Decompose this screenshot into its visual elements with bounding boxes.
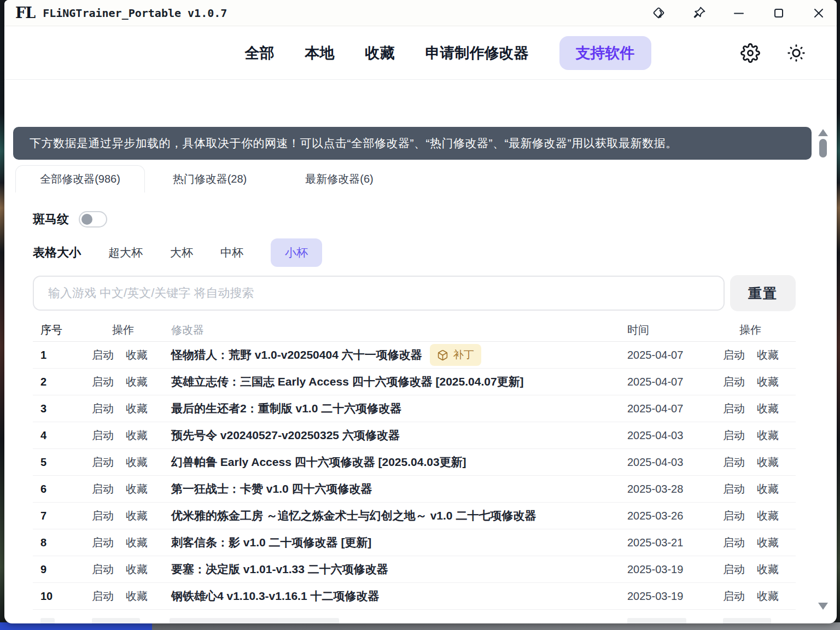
pin-icon[interactable] xyxy=(692,6,706,20)
zebra-toggle[interactable] xyxy=(79,211,107,228)
trainer-name: 钢铁雄心4 v1.10.3-v1.16.1 十二项修改器 xyxy=(171,588,379,604)
launch-link-right[interactable]: 启动 xyxy=(723,589,745,604)
favorite-link[interactable]: 收藏 xyxy=(126,455,148,470)
row-index: 5 xyxy=(33,456,82,469)
launch-link[interactable]: 启动 xyxy=(92,509,114,523)
table-row: 7 启动 收藏 优米雅的炼金工房 ～追忆之炼金术士与幻创之地～ v1.0 二十七… xyxy=(33,503,796,529)
zebra-label: 斑马纹 xyxy=(33,211,69,228)
table-row: 2 启动 收藏 英雄立志传：三国志 Early Access 四十六项修改器 [… xyxy=(33,369,796,395)
launch-link-right[interactable]: 启动 xyxy=(723,455,745,470)
trainer-name: 第一狂战士：卡赞 v1.0 四十六项修改器 xyxy=(171,481,372,497)
search-input[interactable] xyxy=(33,276,725,311)
size-option-large[interactable]: 大杯 xyxy=(170,245,193,260)
launch-link[interactable]: 启动 xyxy=(92,535,114,550)
tab-hot-trainers[interactable]: 热门修改器(28) xyxy=(145,165,275,192)
row-index: 6 xyxy=(33,483,82,495)
zebra-stripe-row: 斑马纹 xyxy=(33,211,107,228)
reset-button[interactable]: 重置 xyxy=(730,275,796,311)
launch-link-right[interactable]: 启动 xyxy=(723,348,745,363)
favorite-link[interactable]: 收藏 xyxy=(126,562,148,577)
nav-item-local[interactable]: 本地 xyxy=(305,43,335,63)
theme-sun-icon[interactable] xyxy=(786,43,806,63)
trainer-name: 要塞：决定版 v1.01-v1.33 二十六项修改器 xyxy=(171,562,388,577)
nav-item-favorites[interactable]: 收藏 xyxy=(365,43,395,63)
header-time: 时间 xyxy=(623,323,716,337)
size-option-xl[interactable]: 超大杯 xyxy=(108,245,143,260)
trainer-name: 英雄立志传：三国志 Early Access 四十六项修改器 [2025.04.… xyxy=(171,374,524,389)
size-option-medium[interactable]: 中杯 xyxy=(220,245,243,260)
favorite-link-right[interactable]: 收藏 xyxy=(757,562,779,577)
favorite-link-right[interactable]: 收藏 xyxy=(757,482,779,497)
row-index: 9 xyxy=(33,563,82,576)
maximize-button[interactable] xyxy=(772,6,786,20)
launch-link[interactable]: 启动 xyxy=(92,401,114,416)
patch-badge: 补丁 xyxy=(430,344,481,366)
tab-new-trainers[interactable]: 最新修改器(6) xyxy=(275,165,404,192)
row-date: 2025-04-03 xyxy=(623,429,716,442)
favorite-link[interactable]: 收藏 xyxy=(126,589,148,604)
table-size-label: 表格大小 xyxy=(33,244,81,261)
launch-link[interactable]: 启动 xyxy=(92,589,114,604)
close-button[interactable] xyxy=(812,6,826,20)
launch-link-right[interactable]: 启动 xyxy=(723,535,745,550)
favorite-link-right[interactable]: 收藏 xyxy=(757,401,779,416)
favorite-link[interactable]: 收藏 xyxy=(126,401,148,416)
launch-link[interactable]: 启动 xyxy=(92,562,114,577)
row-date: 2025-04-07 xyxy=(623,376,716,388)
favorite-link-right[interactable]: 收藏 xyxy=(757,455,779,470)
table-row: 3 启动 收藏 最后的生还者2：重制版 v1.0 二十六项修改器 2025-04… xyxy=(33,395,796,422)
launch-link[interactable]: 启动 xyxy=(92,375,114,389)
favorite-link-right[interactable]: 收藏 xyxy=(757,348,779,363)
minimize-button[interactable] xyxy=(732,6,746,20)
launch-link-right[interactable]: 启动 xyxy=(723,428,745,443)
launch-link-right[interactable]: 启动 xyxy=(723,509,745,523)
table-size-row: 表格大小 超大杯 大杯 中杯 小杯 xyxy=(33,238,322,267)
scrollbar-up-arrow[interactable] xyxy=(818,129,828,136)
launch-link-right[interactable]: 启动 xyxy=(723,562,745,577)
favorite-link-right[interactable]: 收藏 xyxy=(757,375,779,389)
launch-link[interactable]: 启动 xyxy=(92,455,114,470)
nav-item-all[interactable]: 全部 xyxy=(245,43,275,63)
table-body: 1 启动 收藏 怪物猎人：荒野 v1.0-v20250404 六十一项修改器 补… xyxy=(33,342,796,610)
favorite-link[interactable]: 收藏 xyxy=(126,535,148,550)
scrollbar-thumb[interactable] xyxy=(819,139,827,158)
row-index: 4 xyxy=(33,429,82,442)
row-date: 2025-03-28 xyxy=(623,483,716,495)
reset-window-icon[interactable] xyxy=(652,6,666,20)
launch-link[interactable]: 启动 xyxy=(92,428,114,443)
size-option-small[interactable]: 小杯 xyxy=(271,238,322,267)
row-index: 10 xyxy=(33,590,82,603)
scrollbar-down-arrow[interactable] xyxy=(818,603,828,610)
favorite-link-right[interactable]: 收藏 xyxy=(757,589,779,604)
favorite-link[interactable]: 收藏 xyxy=(126,348,148,363)
table-row: 6 启动 收藏 第一狂战士：卡赞 v1.0 四十六项修改器 2025-03-28… xyxy=(33,476,796,503)
favorite-link[interactable]: 收藏 xyxy=(126,375,148,389)
table-header: 序号 操作 修改器 时间 操作 xyxy=(33,319,796,342)
title-bar: FL FLiNGTrainer_Portable v1.0.7 xyxy=(4,0,837,26)
launch-link[interactable]: 启动 xyxy=(92,348,114,363)
favorite-link-right[interactable]: 收藏 xyxy=(757,428,779,443)
favorite-link[interactable]: 收藏 xyxy=(126,482,148,497)
table-row: 5 启动 收藏 幻兽帕鲁 Early Access 四十六项修改器 [2025.… xyxy=(33,449,796,476)
favorite-link[interactable]: 收藏 xyxy=(126,509,148,523)
nav-item-request-trainer[interactable]: 申请制作修改器 xyxy=(425,43,529,63)
trainer-name: 刺客信条：影 v1.0 二十项修改器 [更新] xyxy=(171,535,371,550)
row-date: 2025-03-19 xyxy=(623,590,716,603)
launch-link-right[interactable]: 启动 xyxy=(723,375,745,389)
trainer-name: 预先号令 v20240527-v20250325 六项修改器 xyxy=(171,428,400,443)
launch-link[interactable]: 启动 xyxy=(92,482,114,497)
launch-link-right[interactable]: 启动 xyxy=(723,401,745,416)
settings-gear-icon[interactable] xyxy=(740,43,760,63)
favorite-link-right[interactable]: 收藏 xyxy=(757,535,779,550)
row-index: 8 xyxy=(33,536,82,549)
favorite-link[interactable]: 收藏 xyxy=(126,428,148,443)
table-row: 9 启动 收藏 要塞：决定版 v1.01-v1.33 二十六项修改器 2025-… xyxy=(33,556,796,583)
package-icon xyxy=(437,349,448,361)
table-row-partial xyxy=(33,610,796,623)
favorite-link-right[interactable]: 收藏 xyxy=(757,509,779,523)
nav-item-support-software[interactable]: 支持软件 xyxy=(559,36,651,70)
header-actions-left: 操作 xyxy=(82,323,170,337)
app-title: FLiNGTrainer_Portable v1.0.7 xyxy=(43,7,227,20)
launch-link-right[interactable]: 启动 xyxy=(723,482,745,497)
tab-all-trainers[interactable]: 全部修改器(986) xyxy=(15,165,145,192)
